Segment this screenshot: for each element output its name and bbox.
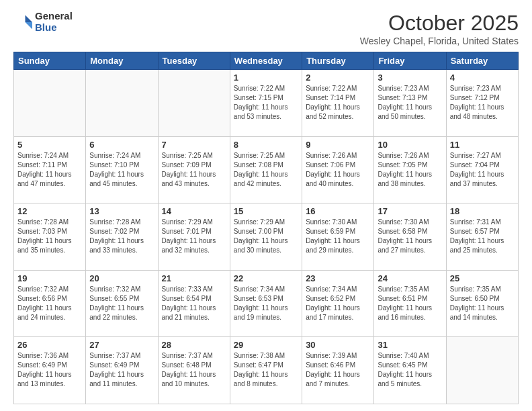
weekday-header-thursday: Thursday — [302, 52, 374, 70]
day-number: 6 — [89, 140, 154, 150]
day-info: Sunrise: 7:26 AM Sunset: 7:05 PM Dayligh… — [378, 151, 442, 189]
day-info: Sunrise: 7:35 AM Sunset: 6:51 PM Dayligh… — [378, 285, 442, 322]
month-title: October 2025 — [360, 11, 519, 36]
day-number: 5 — [17, 140, 82, 150]
day-number: 11 — [450, 140, 515, 150]
week-row-2: 12Sunrise: 7:28 AM Sunset: 7:03 PM Dayli… — [14, 203, 519, 271]
day-info: Sunrise: 7:23 AM Sunset: 7:12 PM Dayligh… — [450, 84, 515, 122]
day-number: 26 — [17, 340, 82, 350]
day-number: 16 — [306, 206, 370, 216]
day-cell: 16Sunrise: 7:30 AM Sunset: 6:59 PM Dayli… — [302, 203, 374, 271]
day-cell — [158, 70, 230, 137]
day-number: 24 — [378, 273, 442, 283]
day-info: Sunrise: 7:32 AM Sunset: 6:56 PM Dayligh… — [17, 285, 82, 322]
day-cell: 28Sunrise: 7:37 AM Sunset: 6:48 PM Dayli… — [158, 337, 230, 404]
day-info: Sunrise: 7:29 AM Sunset: 7:00 PM Dayligh… — [234, 218, 298, 255]
day-info: Sunrise: 7:34 AM Sunset: 6:52 PM Dayligh… — [306, 285, 370, 322]
day-number: 9 — [306, 140, 370, 150]
day-cell: 2Sunrise: 7:22 AM Sunset: 7:14 PM Daylig… — [302, 70, 374, 137]
day-number: 13 — [89, 206, 154, 216]
weekday-header-tuesday: Tuesday — [158, 52, 230, 70]
day-info: Sunrise: 7:28 AM Sunset: 7:03 PM Dayligh… — [17, 218, 82, 255]
day-cell: 6Sunrise: 7:24 AM Sunset: 7:10 PM Daylig… — [86, 136, 158, 203]
day-cell — [446, 337, 518, 404]
day-cell: 31Sunrise: 7:40 AM Sunset: 6:45 PM Dayli… — [374, 337, 446, 404]
day-cell: 29Sunrise: 7:38 AM Sunset: 6:47 PM Dayli… — [230, 337, 302, 404]
week-row-1: 5Sunrise: 7:24 AM Sunset: 7:11 PM Daylig… — [14, 136, 519, 203]
day-info: Sunrise: 7:28 AM Sunset: 7:02 PM Dayligh… — [89, 218, 154, 255]
day-info: Sunrise: 7:35 AM Sunset: 6:50 PM Dayligh… — [450, 285, 515, 322]
day-info: Sunrise: 7:23 AM Sunset: 7:13 PM Dayligh… — [378, 84, 442, 122]
day-number: 20 — [89, 273, 154, 283]
day-cell: 17Sunrise: 7:30 AM Sunset: 6:58 PM Dayli… — [374, 203, 446, 271]
day-number: 30 — [306, 340, 370, 350]
day-cell: 14Sunrise: 7:29 AM Sunset: 7:01 PM Dayli… — [158, 203, 230, 271]
logo: General Blue — [13, 11, 73, 33]
location: Wesley Chapel, Florida, United States — [360, 36, 519, 46]
day-cell: 12Sunrise: 7:28 AM Sunset: 7:03 PM Dayli… — [14, 203, 86, 271]
day-cell: 4Sunrise: 7:23 AM Sunset: 7:12 PM Daylig… — [446, 70, 518, 137]
day-number: 7 — [162, 140, 226, 150]
day-number: 15 — [234, 206, 298, 216]
day-cell: 9Sunrise: 7:26 AM Sunset: 7:06 PM Daylig… — [302, 136, 374, 203]
day-cell — [86, 70, 158, 137]
day-info: Sunrise: 7:24 AM Sunset: 7:11 PM Dayligh… — [17, 151, 82, 189]
day-cell: 30Sunrise: 7:39 AM Sunset: 6:46 PM Dayli… — [302, 337, 374, 404]
day-number: 29 — [234, 340, 298, 350]
logo-text: General Blue — [35, 11, 73, 33]
day-cell: 24Sunrise: 7:35 AM Sunset: 6:51 PM Dayli… — [374, 270, 446, 337]
day-cell: 27Sunrise: 7:37 AM Sunset: 6:49 PM Dayli… — [86, 337, 158, 404]
day-cell: 23Sunrise: 7:34 AM Sunset: 6:52 PM Dayli… — [302, 270, 374, 337]
svg-marker-1 — [26, 22, 33, 30]
day-cell: 1Sunrise: 7:22 AM Sunset: 7:15 PM Daylig… — [230, 70, 302, 137]
day-cell: 22Sunrise: 7:34 AM Sunset: 6:53 PM Dayli… — [230, 270, 302, 337]
day-number: 8 — [234, 140, 298, 150]
day-number: 1 — [234, 73, 298, 83]
day-cell: 5Sunrise: 7:24 AM Sunset: 7:11 PM Daylig… — [14, 136, 86, 203]
page: General Blue October 2025 Wesley Chapel,… — [0, 0, 532, 411]
day-number: 14 — [162, 206, 226, 216]
day-info: Sunrise: 7:25 AM Sunset: 7:08 PM Dayligh… — [234, 151, 298, 189]
week-row-0: 1Sunrise: 7:22 AM Sunset: 7:15 PM Daylig… — [14, 70, 519, 137]
weekday-header-sunday: Sunday — [14, 52, 86, 70]
day-cell: 7Sunrise: 7:25 AM Sunset: 7:09 PM Daylig… — [158, 136, 230, 203]
day-info: Sunrise: 7:38 AM Sunset: 6:47 PM Dayligh… — [234, 351, 298, 389]
svg-marker-0 — [26, 15, 33, 22]
day-cell: 20Sunrise: 7:32 AM Sunset: 6:55 PM Dayli… — [86, 270, 158, 337]
day-info: Sunrise: 7:31 AM Sunset: 6:57 PM Dayligh… — [450, 218, 515, 255]
day-cell: 13Sunrise: 7:28 AM Sunset: 7:02 PM Dayli… — [86, 203, 158, 271]
day-number: 27 — [89, 340, 154, 350]
week-row-4: 26Sunrise: 7:36 AM Sunset: 6:49 PM Dayli… — [14, 337, 519, 404]
day-info: Sunrise: 7:37 AM Sunset: 6:49 PM Dayligh… — [89, 351, 154, 389]
day-cell: 21Sunrise: 7:33 AM Sunset: 6:54 PM Dayli… — [158, 270, 230, 337]
day-number: 31 — [378, 340, 442, 350]
day-number: 22 — [234, 273, 298, 283]
day-info: Sunrise: 7:22 AM Sunset: 7:15 PM Dayligh… — [234, 84, 298, 122]
day-number: 3 — [378, 73, 442, 83]
day-info: Sunrise: 7:36 AM Sunset: 6:49 PM Dayligh… — [17, 351, 82, 389]
day-cell: 25Sunrise: 7:35 AM Sunset: 6:50 PM Dayli… — [446, 270, 518, 337]
day-cell: 26Sunrise: 7:36 AM Sunset: 6:49 PM Dayli… — [14, 337, 86, 404]
day-info: Sunrise: 7:24 AM Sunset: 7:10 PM Dayligh… — [89, 151, 154, 189]
weekday-header-wednesday: Wednesday — [230, 52, 302, 70]
day-number: 12 — [17, 206, 82, 216]
week-row-3: 19Sunrise: 7:32 AM Sunset: 6:56 PM Dayli… — [14, 270, 519, 337]
day-info: Sunrise: 7:34 AM Sunset: 6:53 PM Dayligh… — [234, 285, 298, 322]
weekday-header-monday: Monday — [86, 52, 158, 70]
day-cell: 15Sunrise: 7:29 AM Sunset: 7:00 PM Dayli… — [230, 203, 302, 271]
day-number: 23 — [306, 273, 370, 283]
day-cell: 19Sunrise: 7:32 AM Sunset: 6:56 PM Dayli… — [14, 270, 86, 337]
weekday-header-saturday: Saturday — [446, 52, 518, 70]
calendar-header-row: SundayMondayTuesdayWednesdayThursdayFrid… — [14, 52, 519, 70]
day-number: 28 — [162, 340, 226, 350]
day-number: 4 — [450, 73, 515, 83]
day-info: Sunrise: 7:29 AM Sunset: 7:01 PM Dayligh… — [162, 218, 226, 255]
day-cell: 11Sunrise: 7:27 AM Sunset: 7:04 PM Dayli… — [446, 136, 518, 203]
calendar-table: SundayMondayTuesdayWednesdayThursdayFrid… — [13, 52, 519, 404]
logo-blue-text: Blue — [35, 22, 73, 34]
day-info: Sunrise: 7:30 AM Sunset: 6:59 PM Dayligh… — [306, 218, 370, 255]
day-cell: 18Sunrise: 7:31 AM Sunset: 6:57 PM Dayli… — [446, 203, 518, 271]
day-info: Sunrise: 7:26 AM Sunset: 7:06 PM Dayligh… — [306, 151, 370, 189]
day-info: Sunrise: 7:37 AM Sunset: 6:48 PM Dayligh… — [162, 351, 226, 389]
day-cell — [14, 70, 86, 137]
